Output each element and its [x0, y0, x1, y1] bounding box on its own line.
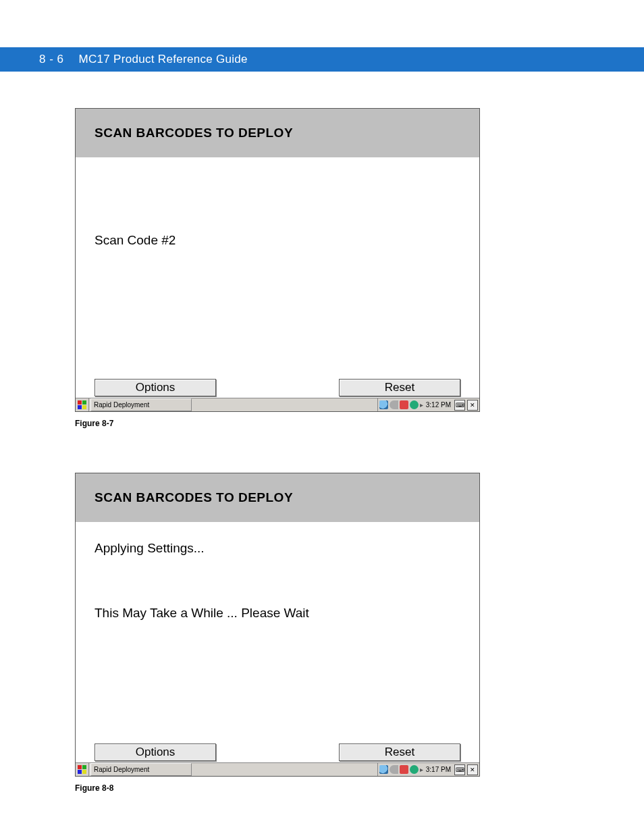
options-button[interactable]: Options [95, 379, 216, 396]
taskbar-spacer [192, 763, 377, 776]
window-title-bar: SCAN BARCODES TO DEPLOY [76, 473, 479, 522]
network-icon[interactable] [400, 400, 408, 409]
device-window-2: SCAN BARCODES TO DEPLOY Applying Setting… [75, 473, 480, 777]
windows-flag-icon [78, 400, 87, 410]
taskbar-spacer [192, 398, 377, 411]
window-title: SCAN BARCODES TO DEPLOY [95, 490, 293, 505]
reset-button[interactable]: Reset [339, 744, 460, 761]
sip-keyboard-button[interactable]: ⌨ [454, 400, 465, 411]
status-line-1: Applying Settings... [95, 541, 460, 556]
window-button-row: Options Reset [76, 744, 479, 762]
start-button[interactable] [76, 763, 89, 776]
clock[interactable]: 3:17 PM [425, 766, 452, 773]
window-button-row: Options Reset [76, 379, 479, 398]
figure-caption: Figure 8-8 [75, 783, 480, 793]
desktop-button[interactable]: ✕ [467, 764, 478, 775]
globe-icon[interactable] [379, 765, 388, 774]
sip-keyboard-button[interactable]: ⌨ [454, 764, 465, 775]
tray-separator: ▸ [420, 766, 423, 773]
system-tray: ▸ 3:12 PM ⌨ ✕ [377, 398, 479, 411]
taskbar-app-button[interactable]: Rapid Deployment [90, 398, 192, 411]
page-header-bar: 8 - 6 MC17 Product Reference Guide [0, 47, 644, 72]
window-title-bar: SCAN BARCODES TO DEPLOY [76, 109, 479, 157]
page-number: 8 - 6 [39, 53, 64, 66]
reset-button[interactable]: Reset [339, 379, 460, 396]
device-window-1: SCAN BARCODES TO DEPLOY Scan Code #2 Opt… [75, 108, 480, 412]
globe-icon[interactable] [379, 400, 388, 409]
taskbar-app-button[interactable]: Rapid Deployment [90, 763, 192, 776]
network-icon[interactable] [400, 765, 408, 774]
options-button[interactable]: Options [95, 744, 216, 761]
volume-icon[interactable] [390, 400, 398, 409]
windows-flag-icon [78, 765, 87, 775]
figure-caption: Figure 8-7 [75, 419, 480, 428]
sync-icon[interactable] [410, 400, 419, 409]
clock[interactable]: 3:12 PM [425, 401, 452, 409]
tray-separator: ▸ [420, 401, 423, 409]
document-page: 8 - 6 MC17 Product Reference Guide SCAN … [0, 0, 644, 834]
figure-8-8: SCAN BARCODES TO DEPLOY Applying Setting… [75, 473, 480, 793]
figure-8-7: SCAN BARCODES TO DEPLOY Scan Code #2 Opt… [75, 108, 480, 428]
taskbar: Rapid Deployment ▸ 3:12 PM ⌨ ✕ [76, 398, 479, 411]
scan-code-label: Scan Code #2 [95, 233, 460, 248]
desktop-button[interactable]: ✕ [467, 400, 478, 411]
window-title: SCAN BARCODES TO DEPLOY [95, 126, 293, 140]
window-body: Applying Settings... This May Take a Whi… [76, 522, 479, 746]
taskbar: Rapid Deployment ▸ 3:17 PM ⌨ ✕ [76, 762, 479, 776]
page-title: MC17 Product Reference Guide [79, 53, 248, 66]
start-button[interactable] [76, 398, 89, 411]
window-body: Scan Code #2 [76, 157, 479, 382]
system-tray: ▸ 3:17 PM ⌨ ✕ [377, 763, 479, 776]
volume-icon[interactable] [390, 765, 398, 774]
status-line-2: This May Take a While ... Please Wait [95, 606, 460, 621]
sync-icon[interactable] [410, 765, 419, 774]
